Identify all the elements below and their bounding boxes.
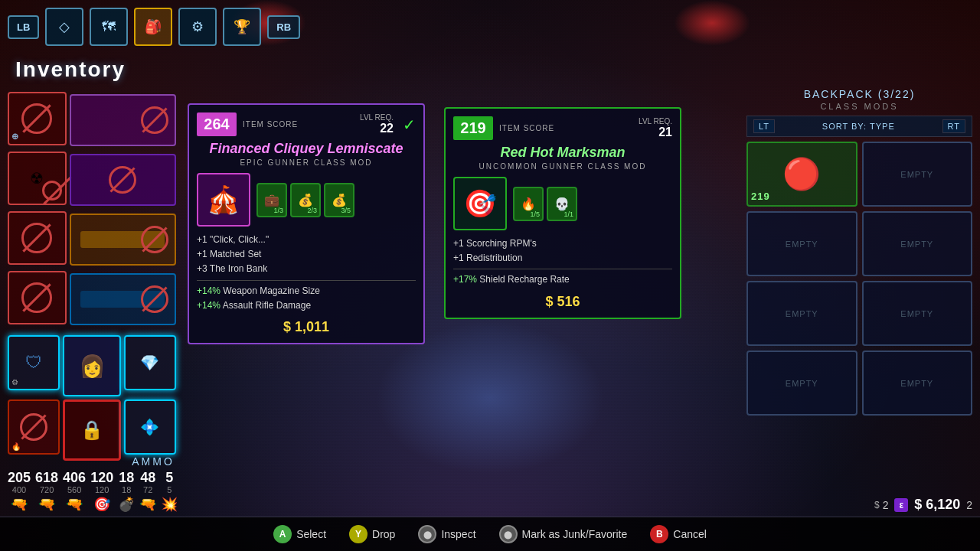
- weapon-slot-1[interactable]: [70, 94, 176, 146]
- b-button: B: [650, 525, 668, 543]
- money-value: $ 6,120: [914, 497, 960, 513]
- gear-slot-3[interactable]: 💎: [124, 335, 176, 390]
- item-score-left: 264: [197, 112, 237, 136]
- gear-slot-grenade[interactable]: 🔥: [8, 399, 60, 455]
- bp-slot-7[interactable]: EMPTY: [746, 350, 858, 416]
- gear-slot-artifact[interactable]: 💠: [124, 399, 176, 455]
- action-bar: A Select Y Drop ⬤ Inspect ⬤ Mark as Junk…: [0, 517, 980, 551]
- no-equip-weapon-4: [141, 285, 168, 313]
- shield-icon: 🛡: [25, 353, 42, 373]
- item-header-right: 219 ITEM SCORE LVL REQ. 21: [453, 116, 672, 140]
- eridium-icon: $: [874, 500, 880, 510]
- ammo-ar-max: 72: [143, 486, 152, 494]
- ammo-smg: 618 720 🔫: [35, 471, 58, 513]
- tab-mission[interactable]: ◇: [45, 8, 83, 46]
- no-equip-icon-4: [21, 282, 52, 313]
- gear-slot-locked[interactable]: 🔒: [63, 399, 121, 461]
- left-slot-2: ☢: [8, 152, 67, 205]
- left-slot-1: ⊕: [8, 92, 67, 145]
- bp-slot-2[interactable]: EMPTY: [862, 142, 973, 207]
- tab-map[interactable]: 🗺: [90, 8, 128, 46]
- gear-slot-shield[interactable]: 🛡 ⚙: [8, 335, 60, 390]
- ar-icon: 🔫: [139, 496, 156, 513]
- item-score-label-left: ITEM SCORE: [243, 120, 298, 129]
- bonus-4: +14% Weapon Magazine Size: [197, 284, 416, 298]
- eridium-count-2: 2: [966, 499, 972, 511]
- ammo-heavy-current: 18: [119, 471, 134, 484]
- sniper-icon: 🎯: [93, 496, 110, 513]
- lb-button[interactable]: LB: [8, 15, 39, 39]
- item-bonuses-right: +1 Scorching RPM's +1 Redistribution +17…: [453, 236, 672, 288]
- lock-icon: 🔒: [80, 419, 103, 441]
- ammo-ar-current: 48: [140, 471, 155, 484]
- heavy-icon: 💣: [118, 496, 135, 513]
- bonus-divider: [197, 280, 416, 281]
- eridium-badge: ε: [894, 498, 908, 512]
- item-type-right: UNCOMMON GUNNER CLASS MOD: [453, 162, 672, 171]
- item-bonuses-left: +1 "Click, Click..." +1 Matched Set +3 T…: [197, 233, 416, 313]
- bp-slot-8[interactable]: EMPTY: [862, 350, 973, 416]
- tab-settings[interactable]: ⚙: [178, 8, 217, 46]
- bp-slot-6[interactable]: EMPTY: [862, 281, 973, 346]
- item-score-right: 219: [453, 116, 493, 140]
- no-equip-icon-1: [21, 103, 52, 134]
- item-name-left: Financed Cliquey Lemniscate: [197, 141, 416, 157]
- tab-challenges[interactable]: 🏆: [223, 8, 261, 46]
- bp-score-1: 219: [751, 191, 770, 202]
- a-button: A: [273, 525, 292, 543]
- weapon-slot-2[interactable]: [70, 154, 176, 206]
- ammo-heavy-max: 18: [122, 486, 131, 494]
- skill-3: 💰 3/5: [324, 183, 354, 217]
- inventory-panel: ⊕ ☢: [8, 92, 176, 461]
- item-art-row-right: 🎯 🔥 1/5 💀 1/1: [453, 177, 672, 230]
- no-grenade-icon: [20, 413, 47, 441]
- r-bonus-2: +1 Redistribution: [453, 251, 672, 266]
- backpack-title: BACKPACK (3/22): [746, 88, 972, 100]
- inv-row-1: ⊕: [8, 92, 176, 148]
- item-price-right: $ 516: [453, 294, 672, 310]
- bp-slot-3[interactable]: EMPTY: [746, 211, 858, 276]
- action-inspect[interactable]: ⬤ Inspect: [418, 525, 475, 543]
- lvl-req-left: LVL REQ. 22: [360, 113, 394, 135]
- sort-label: SORT BY: TYPE: [822, 122, 895, 131]
- lt-button[interactable]: LT: [753, 119, 775, 133]
- backpack-panel: BACKPACK (3/22) CLASS MODS LT SORT BY: T…: [746, 88, 972, 416]
- rb-button[interactable]: RB: [267, 15, 300, 39]
- select-label: Select: [296, 528, 326, 540]
- weapon-slot-4[interactable]: [70, 273, 176, 325]
- equip-checkmark: ✓: [403, 116, 416, 134]
- tab-inventory[interactable]: 🎒: [134, 8, 172, 46]
- weapon-slot-3[interactable]: [70, 214, 176, 266]
- skill-1: 💼 1/3: [256, 183, 287, 217]
- gear-slot-char-mod[interactable]: 👩: [63, 335, 121, 396]
- cancel-label: Cancel: [673, 528, 707, 540]
- ammo-section: AMMO 205 400 🔫 618 720 🔫 406 560 🔫 120 1…: [8, 455, 299, 513]
- action-mark[interactable]: ⬤ Mark as Junk/Favorite: [499, 525, 628, 543]
- money-currency: $ 6,120: [914, 497, 960, 513]
- action-cancel[interactable]: B Cancel: [650, 525, 707, 543]
- ammo-heavy: 18 18 💣: [118, 471, 135, 513]
- item-card-marksman: 219 ITEM SCORE LVL REQ. 21 Red Hot Marks…: [444, 107, 681, 319]
- bp-slot-1[interactable]: 🔴 219: [746, 142, 858, 207]
- rt-button[interactable]: RT: [942, 119, 965, 133]
- action-drop[interactable]: Y Drop: [349, 525, 395, 543]
- bp-slot-4[interactable]: EMPTY: [862, 211, 973, 276]
- no-equip-weapon-2: [109, 166, 136, 194]
- item-score-label-right: ITEM SCORE: [499, 124, 554, 132]
- shotgun-icon: 🔫: [66, 496, 83, 513]
- skill-icons-right: 🔥 1/5 💀 1/1: [513, 187, 577, 221]
- page-title: Inventory: [15, 57, 126, 82]
- action-select[interactable]: A Select: [273, 525, 326, 543]
- ammo-sniper-max: 120: [95, 486, 109, 494]
- skill-icons-left: 💼 1/3 💰 2/3 💰 3/5: [256, 183, 354, 217]
- currency-bar: $ 2 ε $ 6,120 2: [874, 497, 972, 513]
- nav-icons-row: ◇ 🗺 🎒 ⚙ 🏆: [45, 8, 264, 46]
- ammo-smg-max: 720: [40, 486, 54, 494]
- skill-r2: 💀 1/1: [547, 187, 577, 221]
- item-card-financed: 264 ITEM SCORE LVL REQ. 22 ✓ Financed Cl…: [188, 103, 425, 344]
- bp-slot-5[interactable]: EMPTY: [746, 281, 858, 346]
- sort-bar: LT SORT BY: TYPE RT: [746, 116, 972, 137]
- inv-row-4: [8, 271, 176, 328]
- ammo-sniper-current: 120: [90, 471, 113, 484]
- inv-row-2: ☢: [8, 152, 176, 208]
